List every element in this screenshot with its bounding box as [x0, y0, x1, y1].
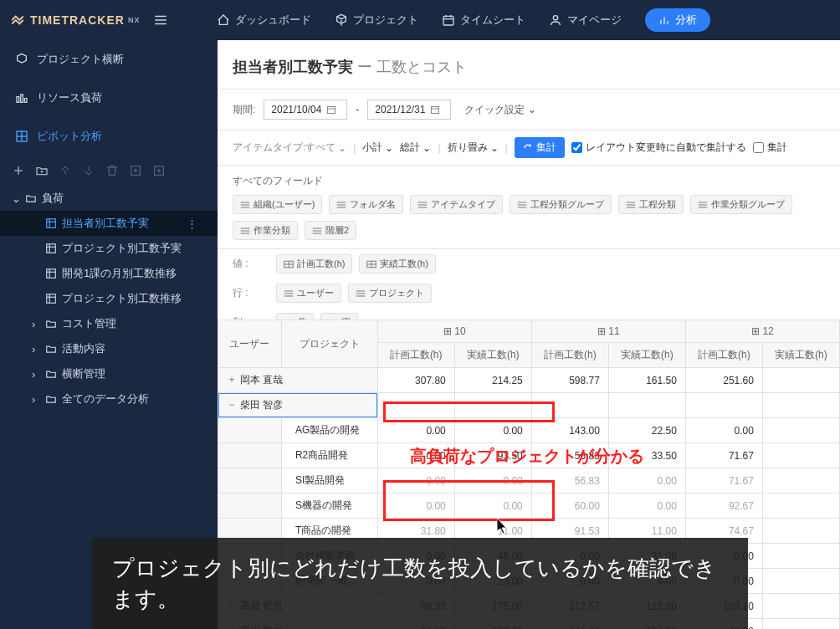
filter-total[interactable]: 総計 ⌄	[400, 141, 431, 155]
value-cell: 0.00	[454, 418, 531, 443]
trash-icon[interactable]	[105, 164, 119, 177]
expand-icon[interactable]: ⊞	[751, 325, 760, 337]
tree-item-3[interactable]: プロジェクト別工数推移	[0, 286, 218, 311]
user-cell[interactable]: +岡本 直哉	[218, 368, 378, 393]
folder-icon	[45, 393, 57, 405]
plus-icon[interactable]	[12, 164, 25, 177]
chip[interactable]: 計画工数(h)	[276, 254, 352, 274]
chip[interactable]: 実績工数(h)	[359, 254, 435, 274]
sidebar-cross-project[interactable]: プロジェクト横断	[0, 40, 218, 79]
col-month-11[interactable]: ⊞ 11	[531, 320, 685, 343]
tree-load[interactable]: ⌄ 負荷	[0, 186, 218, 211]
value-cell: 56.83	[531, 468, 608, 493]
value-cell: 0.00	[608, 468, 685, 493]
category-icon	[698, 201, 708, 209]
col-plan-11[interactable]: 計画工数(h)	[531, 343, 608, 368]
value-cell	[762, 393, 839, 418]
project-cell[interactable]: S機器の開発	[281, 493, 377, 519]
col-user[interactable]: ユーザー	[218, 320, 282, 368]
expand-icon[interactable]: −	[227, 399, 237, 411]
import-icon[interactable]	[129, 164, 142, 177]
logo-suffix: NX	[128, 16, 141, 24]
auto-aggregate-input[interactable]	[571, 142, 582, 153]
table-row[interactable]: SI製品開発0.000.0056.830.0071.67	[218, 468, 840, 493]
quick-settings[interactable]: クイック設定 ⌄	[464, 103, 536, 117]
col-actual-11[interactable]: 実績工数(h)	[608, 343, 685, 368]
user-cell[interactable]: −柴田 智彦	[218, 393, 378, 418]
svg-point-7	[554, 16, 558, 20]
expand-icon[interactable]: ⊞	[597, 325, 606, 337]
date-to-input[interactable]: 2021/12/31	[367, 100, 451, 120]
page-title: 担当者別工数予実 ー 工数とコスト	[233, 57, 825, 77]
chip[interactable]: 工程分類	[618, 195, 684, 214]
arrow-up-icon[interactable]	[59, 164, 72, 177]
table-row[interactable]: −柴田 智彦	[218, 393, 840, 418]
nav-project[interactable]: プロジェクト	[335, 13, 418, 28]
auto-aggregate-label: レイアウト変更時に自動で集計する	[586, 141, 746, 155]
tree-item-0[interactable]: 担当者別工数予実 ⋮	[0, 211, 218, 236]
col-plan-12[interactable]: 計画工数(h)	[685, 343, 762, 368]
chevron-down-icon: ⌄	[385, 142, 393, 154]
col-month-10[interactable]: ⊞ 10	[377, 320, 531, 343]
table-row[interactable]: R2商品開発0.0093.5056.8333.5071.67	[218, 443, 840, 468]
col-plan-10[interactable]: 計画工数(h)	[377, 343, 454, 368]
tree-item-2[interactable]: 開発1課の月別工数推移	[0, 261, 218, 286]
folder-plus-icon[interactable]	[35, 164, 49, 177]
filter-itemtype[interactable]: アイテムタイプ:すべて ⌄	[233, 141, 346, 155]
table-row[interactable]: +岡本 直哉307.80214.25598.77161.50251.60	[218, 368, 840, 393]
project-cell[interactable]: R2商品開発	[281, 443, 377, 468]
nav-analysis-button[interactable]: 分析	[645, 8, 710, 32]
chevron-right-icon: ›	[32, 368, 40, 381]
chip[interactable]: フォルダ名	[329, 195, 403, 214]
table-row[interactable]: AG製品の開発0.000.00143.0022.500.00	[218, 418, 840, 443]
tree-cross[interactable]: › 横断管理	[0, 361, 218, 386]
col-project[interactable]: プロジェクト	[281, 320, 377, 368]
auto-aggregate-checkbox[interactable]: レイアウト変更時に自動で集計する	[571, 141, 746, 155]
arrow-down-icon[interactable]	[82, 164, 95, 177]
nav-dashboard[interactable]: ダッシュボード	[217, 13, 311, 28]
date-from-input[interactable]: 2021/10/04	[264, 100, 347, 120]
value-cell	[762, 569, 839, 594]
project-cell[interactable]: AG製品の開発	[281, 418, 377, 443]
tree-all[interactable]: › 全てのデータ分析	[0, 386, 218, 412]
expand-icon[interactable]: ⊞	[443, 325, 452, 337]
export-icon[interactable]	[152, 164, 166, 177]
filter-subtotal[interactable]: 小計 ⌄	[362, 141, 393, 155]
col-month-12[interactable]: ⊞ 12	[685, 320, 839, 343]
nav-timesheet[interactable]: タイムシート	[442, 13, 525, 28]
nav-dashboard-label: ダッシュボード	[235, 13, 311, 28]
folder-icon	[45, 343, 57, 355]
sidebar-pivot-label: ピボット分析	[37, 129, 102, 144]
table-row[interactable]: S機器の開発0.000.0060.000.0092.67	[218, 493, 840, 519]
chip[interactable]: 組織(ユーザー)	[233, 195, 322, 214]
aggregate-checkbox[interactable]: 集計	[753, 141, 787, 155]
sidebar-pivot[interactable]: ピボット分析	[0, 117, 218, 156]
sidebar-resource-load[interactable]: リソース負荷	[0, 79, 218, 117]
chip[interactable]: プロジェクト	[348, 284, 432, 303]
filter-fold[interactable]: 折り畳み ⌄	[448, 141, 499, 155]
col-actual-10[interactable]: 実績工数(h)	[454, 343, 531, 368]
tree-cost[interactable]: › コスト管理	[0, 311, 218, 336]
chip[interactable]: 階層2	[305, 221, 356, 240]
hamburger-icon[interactable]	[153, 13, 168, 28]
chip[interactable]: ユーザー	[276, 284, 341, 303]
date-from-value: 2021/10/04	[271, 104, 321, 115]
col-actual-12[interactable]: 実績工数(h)	[762, 343, 839, 368]
chip[interactable]: 作業分類	[233, 221, 298, 240]
chip[interactable]: アイテムタイプ	[410, 195, 503, 214]
nav-mypage[interactable]: マイページ	[549, 13, 622, 28]
chevron-down-icon: ⌄	[490, 142, 499, 154]
cube-icon	[335, 13, 348, 27]
aggregate-input[interactable]	[753, 142, 764, 153]
value-cell	[762, 443, 839, 468]
expand-icon[interactable]: +	[227, 374, 237, 386]
folder-icon	[25, 192, 37, 204]
aggregate-button[interactable]: 集計	[515, 137, 565, 158]
project-cell[interactable]: SI製品開発	[281, 468, 377, 493]
chip[interactable]: 工程分類グループ	[510, 195, 612, 214]
chip[interactable]: 作業分類グループ	[690, 195, 792, 214]
more-icon[interactable]: ⋮	[187, 217, 206, 230]
tree-activity[interactable]: › 活動内容	[0, 336, 218, 361]
chart-icon	[658, 14, 670, 26]
tree-item-1[interactable]: プロジェクト別工数予実	[0, 236, 218, 261]
